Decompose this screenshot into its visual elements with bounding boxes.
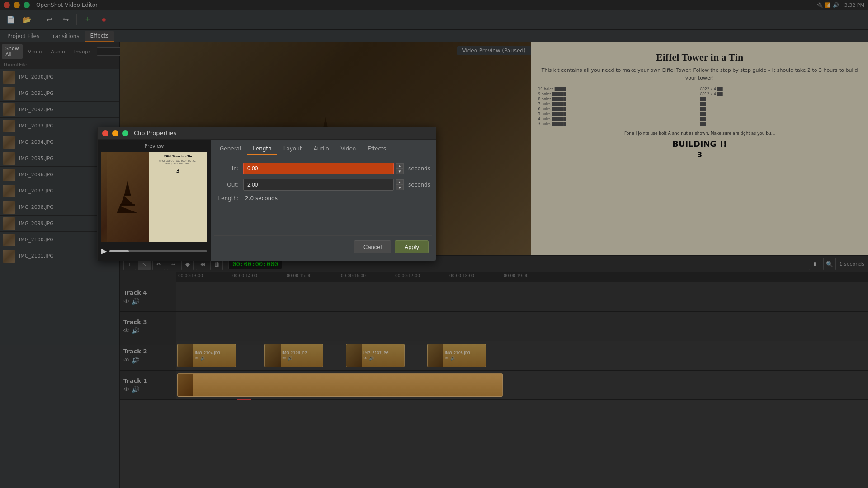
tab-audio[interactable]: Audio (308, 143, 334, 155)
preview-eiffel-svg (116, 179, 139, 215)
dialog-preview-label: Preview (101, 143, 207, 149)
dialog-minimize-button[interactable] (112, 130, 118, 136)
out-input[interactable] (243, 179, 394, 191)
svg-marker-7 (121, 196, 134, 205)
out-input-wrap: ▲ ▼ seconds (243, 179, 430, 191)
apply-button[interactable]: Apply (395, 240, 429, 253)
tab-layout[interactable]: Layout (278, 143, 307, 155)
in-input[interactable] (243, 163, 394, 174)
svg-marker-5 (124, 181, 131, 195)
svg-rect-8 (120, 204, 135, 206)
in-field-row: In: ▲ ▼ seconds (216, 163, 430, 174)
in-input-wrap: ▲ ▼ seconds (243, 163, 430, 174)
out-spinner-up[interactable]: ▲ (396, 179, 404, 185)
out-label: Out: (216, 182, 243, 188)
in-unit: seconds (408, 165, 430, 172)
preview-title: Eiffel Tower in a Tin (151, 155, 205, 158)
preview-number: 3 (151, 168, 205, 174)
preview-play-button[interactable]: ▶ (101, 247, 107, 255)
in-label: In: (216, 165, 243, 172)
svg-rect-6 (124, 194, 131, 196)
dialog-close-button[interactable] (102, 130, 108, 136)
dialog-maximize-button[interactable] (122, 130, 128, 136)
clip-properties-dialog: Clip Properties Preview (97, 127, 436, 261)
in-spinner: ▲ ▼ (396, 163, 404, 174)
tab-video[interactable]: Video (335, 143, 362, 155)
dialog-body: Preview Eiffel Tower in a T (98, 140, 436, 261)
dialog-tabs: General Length Layout Audio Video Effect… (214, 143, 432, 155)
preview-subtitle: FIRST LAY OUT ALL YOUR PARTS...NOW START… (151, 160, 205, 165)
preview-progress-fill (109, 250, 129, 252)
dialog-footer: Cancel Apply (214, 235, 432, 257)
dialog-right-panel: General Length Layout Audio Video Effect… (211, 140, 436, 261)
out-spinner: ▲ ▼ (396, 179, 404, 190)
dialog-preview-canvas: Eiffel Tower in a Tin FIRST LAY OUT ALL … (101, 152, 207, 242)
tab-effects[interactable]: Effects (362, 143, 392, 155)
preview-right-bg: Eiffel Tower in a Tin FIRST LAY OUT ALL … (149, 152, 207, 242)
preview-left-bg (107, 152, 149, 242)
dialog-titlebar: Clip Properties (98, 127, 436, 140)
cancel-button[interactable]: Cancel (354, 240, 391, 253)
length-field-row: Length: 2.0 seconds (216, 195, 430, 202)
in-spinner-down[interactable]: ▼ (396, 169, 404, 174)
dialog-preview-panel: Preview Eiffel Tower in a T (98, 140, 211, 261)
out-spinner-down[interactable]: ▼ (396, 185, 404, 190)
tab-length[interactable]: Length (247, 143, 277, 155)
preview-progress-bar[interactable] (109, 250, 207, 252)
dialog-length-content: In: ▲ ▼ seconds Out: (214, 159, 432, 235)
out-field-row: Out: ▲ ▼ seconds (216, 179, 430, 191)
length-value: 2.0 seconds (245, 195, 278, 202)
in-spinner-up[interactable]: ▲ (396, 163, 404, 169)
out-unit: seconds (408, 182, 430, 188)
svg-marker-9 (117, 206, 138, 213)
tab-general[interactable]: General (214, 143, 246, 155)
dialog-title: Clip Properties (134, 130, 176, 136)
dialog-preview-image: Eiffel Tower in a Tin FIRST LAY OUT ALL … (101, 152, 207, 242)
dialog-preview-controls: ▶ (101, 245, 207, 257)
length-label: Length: (216, 195, 243, 202)
